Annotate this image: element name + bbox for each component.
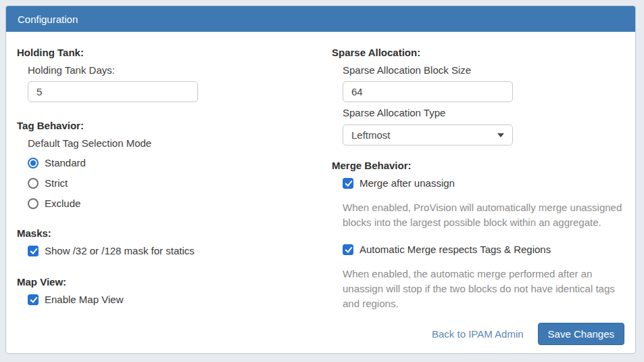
merge-behavior-section: Merge Behavior: Merge after unassign Whe… [332, 160, 624, 311]
tag-behavior-section: Tag Behavior: Default Tag Selection Mode… [17, 120, 332, 209]
checkbox-icon[interactable] [343, 244, 353, 255]
sparse-block-size-input[interactable] [343, 81, 513, 102]
checkbox-icon[interactable] [28, 246, 39, 256]
merge-after-unassign-description: When enabled, ProVision will automatical… [343, 200, 624, 230]
tag-behavior-heading: Tag Behavior: [17, 120, 332, 131]
show-mask-checkbox-row[interactable]: Show /32 or /128 mask for statics [28, 245, 332, 256]
radio-label-strict: Strict [45, 177, 68, 189]
radio-label-standard: Standard [45, 157, 86, 168]
radio-option-standard[interactable]: Standard [28, 157, 332, 168]
show-mask-label: Show /32 or /128 mask for statics [45, 245, 195, 256]
enable-map-view-checkbox-row[interactable]: Enable Map View [28, 294, 332, 305]
holding-tank-days-input[interactable] [28, 81, 198, 102]
merge-behavior-heading: Merge Behavior: [332, 160, 624, 171]
configuration-panel: Configuration Holding Tank: Holding Tank… [5, 5, 636, 354]
merge-after-unassign-checkbox-row[interactable]: Merge after unassign [343, 177, 624, 189]
holding-tank-section: Holding Tank: Holding Tank Days: [17, 47, 332, 102]
masks-heading: Masks: [17, 227, 332, 239]
radio-icon[interactable] [28, 198, 39, 209]
back-to-ipam-admin-link[interactable]: Back to IPAM Admin [432, 328, 524, 340]
holding-tank-days-label: Holding Tank Days: [28, 64, 332, 76]
auto-merge-respects-checkbox-row[interactable]: Automatic Merge respects Tags & Regions [343, 244, 624, 255]
select-value: Leftmost [351, 129, 391, 141]
sparse-allocation-heading: Sparse Allocation: [332, 47, 624, 58]
enable-map-view-label: Enable Map View [45, 294, 123, 305]
panel-title: Configuration [18, 14, 78, 25]
left-column: Holding Tank: Holding Tank Days: Tag Beh… [17, 47, 332, 325]
radio-option-exclude[interactable]: Exclude [28, 198, 332, 209]
map-view-heading: Map View: [17, 276, 332, 288]
checkbox-icon[interactable] [28, 294, 39, 305]
auto-merge-respects-label: Automatic Merge respects Tags & Regions [360, 244, 551, 255]
right-column: Sparse Allocation: Sparse Allocation Blo… [332, 47, 624, 325]
tag-selection-mode-label: Default Tag Selection Mode [28, 137, 332, 149]
panel-body: Holding Tank: Holding Tank Days: Tag Beh… [6, 32, 635, 336]
caret-down-icon [497, 133, 504, 137]
radio-icon[interactable] [28, 178, 39, 189]
radio-option-strict[interactable]: Strict [28, 177, 332, 189]
merge-after-unassign-label: Merge after unassign [360, 177, 455, 189]
masks-section: Masks: Show /32 or /128 mask for statics [17, 227, 332, 256]
panel-header: Configuration [6, 6, 635, 32]
save-changes-button[interactable]: Save Changes [538, 323, 624, 345]
checkbox-icon[interactable] [343, 178, 353, 189]
sparse-type-label: Sparse Allocation Type [343, 107, 624, 118]
auto-merge-respects-description: When enabled, the automatic merge perfor… [343, 267, 624, 311]
holding-tank-heading: Holding Tank: [17, 47, 332, 58]
radio-label-exclude: Exclude [45, 198, 80, 209]
sparse-allocation-section: Sparse Allocation: Sparse Allocation Blo… [332, 47, 624, 145]
sparse-block-size-label: Sparse Allocation Block Size [343, 64, 624, 76]
radio-icon[interactable] [28, 158, 39, 168]
sparse-allocation-type-select[interactable]: Leftmost [343, 125, 513, 145]
map-view-section: Map View: Enable Map View [17, 276, 332, 305]
panel-footer: Back to IPAM Admin Save Changes [432, 323, 624, 345]
